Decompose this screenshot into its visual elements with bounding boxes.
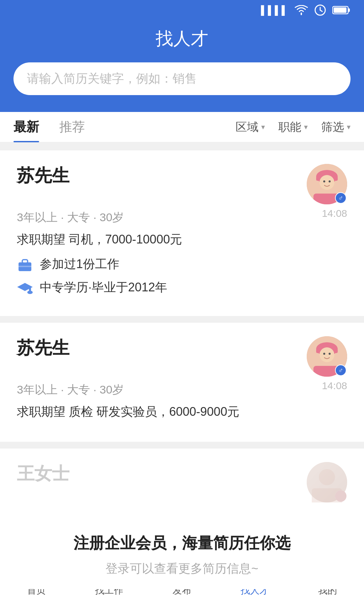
resume-card-2[interactable]: 苏先生 ♂ 3年以上 · 大专 · 30岁	[0, 323, 364, 442]
page-title: 找人才	[13, 27, 351, 51]
candidate-1-work: 参加过1份工作	[17, 256, 347, 272]
svg-rect-28	[312, 488, 342, 502]
gender-badge-3	[335, 490, 346, 502]
candidate-2-avatar: ♂	[307, 336, 347, 377]
card-2-header: 苏先生 ♂	[17, 336, 347, 377]
candidate-1-education: 中专学历·毕业于2012年	[17, 279, 347, 296]
search-placeholder: 请输入简历关键字，例如：销售	[27, 70, 197, 87]
card-3-header: 王女士	[17, 462, 347, 502]
svg-line-2	[320, 10, 322, 11]
wifi-icon	[295, 5, 308, 15]
candidate-2-meta: 3年以上 · 大专 · 30岁	[17, 382, 347, 398]
svg-rect-4	[334, 7, 346, 13]
region-arrow-icon: ▾	[261, 123, 265, 132]
candidate-1-work-text: 参加过1份工作	[40, 256, 119, 272]
header: 找人才 请输入简历关键字，例如：销售	[0, 20, 364, 112]
battery-icon	[332, 5, 351, 15]
function-arrow-icon: ▾	[304, 123, 308, 132]
svg-rect-5	[348, 8, 350, 12]
status-bar: ▌▌▌▌	[0, 0, 364, 20]
candidate-1-edu-text: 中专学历·毕业于2012年	[40, 279, 167, 296]
svg-point-18	[27, 291, 33, 294]
filter-right: 区域 ▾ 职能 ▾ 筛选 ▾	[236, 119, 351, 135]
svg-point-9	[320, 175, 334, 190]
login-prompt: 注册企业会员，海量简历任你选 登录可以查看更多简历信息~	[0, 513, 364, 589]
filter-screen[interactable]: 筛选 ▾	[321, 119, 351, 135]
resume-card-3-blurred[interactable]: 王女士	[0, 449, 364, 513]
tab-latest[interactable]: 最新	[13, 112, 39, 142]
svg-point-27	[319, 469, 335, 485]
resume-card-1[interactable]: 苏先生	[0, 150, 364, 316]
svg-rect-15	[19, 266, 31, 267]
candidate-1-expectation: 求职期望 司机，7000-10000元	[17, 231, 347, 248]
candidate-1-meta: 3年以上 · 大专 · 30岁	[17, 210, 347, 225]
briefcase-detail-icon	[17, 256, 33, 272]
candidate-2-name: 苏先生	[17, 336, 69, 360]
candidate-1-time: 14:08	[322, 208, 347, 219]
candidate-3-avatar	[307, 462, 347, 502]
candidate-3-name: 王女士	[17, 462, 69, 486]
tab-recommended[interactable]: 推荐	[59, 112, 85, 142]
filter-region[interactable]: 区域 ▾	[236, 119, 265, 135]
filter-tabs: 最新 推荐 区域 ▾ 职能 ▾ 筛选 ▾	[0, 112, 364, 142]
gender-badge-2: ♂	[335, 365, 346, 376]
screen-arrow-icon: ▾	[347, 123, 351, 132]
candidate-2-time: 14:08	[322, 380, 347, 392]
status-icons: ▌▌▌▌	[261, 4, 351, 16]
graduation-detail-icon	[17, 280, 33, 296]
candidate-2-expectation: 求职期望 质检 研发实验员，6000-9000元	[17, 404, 347, 420]
candidate-1-avatar: ♂	[307, 164, 347, 204]
svg-point-22	[320, 347, 334, 362]
candidate-1-name: 苏先生	[17, 164, 69, 187]
card-1-header: 苏先生	[17, 164, 347, 204]
filter-function[interactable]: 职能 ▾	[278, 119, 308, 135]
login-prompt-title: 注册企业会员，海量简历任你选	[13, 533, 351, 554]
search-bar[interactable]: 请输入简历关键字，例如：销售	[13, 62, 351, 95]
signal-icon: ▌▌▌▌	[261, 5, 289, 16]
svg-point-11	[323, 180, 325, 182]
gender-badge-1: ♂	[335, 192, 346, 204]
clock-icon	[314, 4, 326, 16]
content-area: 苏先生	[0, 142, 364, 589]
svg-point-25	[329, 353, 331, 355]
svg-rect-14	[22, 260, 28, 263]
svg-point-12	[329, 180, 331, 182]
svg-point-24	[323, 353, 325, 355]
login-prompt-subtitle: 登录可以查看更多简历信息~	[13, 560, 351, 577]
